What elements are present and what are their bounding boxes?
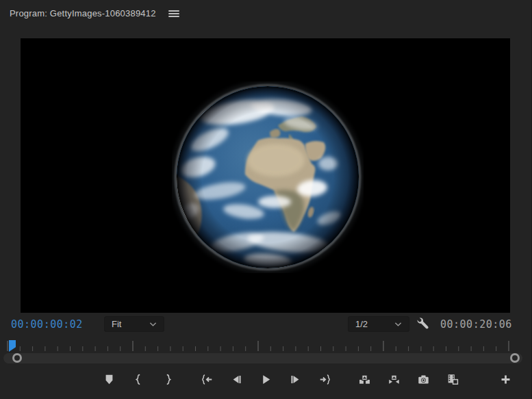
duration-timecode: 00:00:20:06 [440, 318, 512, 331]
zoom-level-select[interactable]: Fit [104, 316, 164, 332]
transport-controls [99, 368, 516, 390]
playhead-timecode[interactable]: 00:00:00:02 [11, 318, 83, 331]
comparison-view-icon [447, 374, 459, 385]
go-to-out-button[interactable] [314, 369, 335, 389]
extract-icon [388, 374, 400, 385]
export-frame-button[interactable] [413, 369, 433, 389]
left-zoom-handle[interactable] [12, 353, 22, 363]
playback-resolution-select[interactable]: 1/2 [348, 316, 409, 332]
hamburger-menu-icon[interactable] [168, 9, 179, 18]
step-back-icon [231, 374, 242, 385]
step-forward-icon [290, 374, 301, 385]
marker-icon [103, 374, 115, 385]
mark-in-button[interactable] [128, 369, 149, 389]
panel-header: Program: GettyImages-1060389412 [0, 0, 531, 27]
go-to-in-icon [201, 374, 213, 385]
extract-button[interactable] [383, 369, 404, 389]
camera-icon [418, 374, 429, 385]
chevron-down-icon [394, 322, 402, 327]
panel-title: Program: GettyImages-1060389412 [10, 8, 156, 18]
playback-resolution-value: 1/2 [355, 319, 394, 329]
timeline-ruler[interactable] [0, 339, 532, 352]
video-preview-area [21, 38, 510, 313]
right-zoom-handle[interactable] [510, 353, 520, 363]
settings-button[interactable] [414, 316, 432, 333]
plus-icon [500, 374, 511, 385]
step-back-button[interactable] [226, 369, 246, 389]
add-marker-button[interactable] [99, 369, 119, 389]
earth-globe-frame [172, 81, 364, 273]
mark-in-icon [133, 374, 144, 385]
zoom-scrollbar[interactable] [3, 353, 522, 363]
program-monitor-panel: Program: GettyImages-1060389412 [0, 0, 532, 399]
play-button[interactable] [255, 369, 276, 389]
go-to-out-icon [319, 374, 331, 385]
wrench-icon [416, 317, 430, 331]
lift-icon [359, 374, 370, 385]
play-icon [260, 374, 272, 385]
go-to-in-button[interactable] [197, 369, 217, 389]
button-editor-button[interactable] [495, 369, 516, 389]
zoom-level-value: Fit [112, 319, 149, 329]
mark-out-icon [162, 374, 174, 385]
mark-out-button[interactable] [157, 369, 178, 389]
chevron-down-icon [149, 322, 157, 327]
comparison-view-button[interactable] [442, 369, 463, 389]
lift-button[interactable] [354, 369, 375, 389]
step-forward-button[interactable] [285, 369, 305, 389]
